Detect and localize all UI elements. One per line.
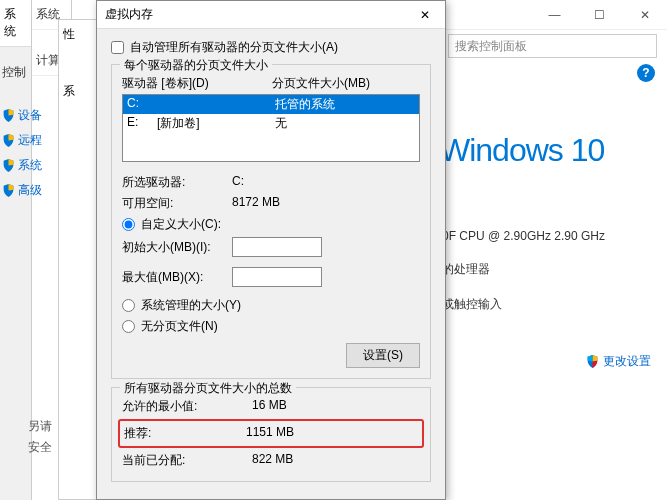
shield-icon bbox=[2, 109, 15, 122]
drive-row-c[interactable]: C: 托管的系统 bbox=[123, 95, 419, 114]
see-also: 另请 安全 bbox=[28, 414, 52, 460]
shield-icon bbox=[2, 184, 15, 197]
recommended: 推荐: 1151 MB bbox=[124, 423, 418, 444]
close-button[interactable]: ✕ bbox=[622, 0, 667, 30]
drive-list-header: 驱动器 [卷标](D) 分页文件大小(MB) bbox=[122, 73, 420, 94]
set-button[interactable]: 设置(S) bbox=[346, 343, 420, 368]
initial-size-row: 初始大小(MB)(I): bbox=[122, 235, 420, 259]
processor-label: 的处理器 bbox=[438, 261, 667, 278]
no-paging-radio[interactable]: 无分页文件(N) bbox=[122, 316, 420, 337]
max-size-row: 最大值(MB)(X): bbox=[122, 265, 420, 289]
selected-drive: 所选驱动器: C: bbox=[122, 172, 420, 193]
search-placeholder: 搜索控制面板 bbox=[455, 38, 527, 55]
per-drive-group: 每个驱动器的分页文件大小 驱动器 [卷标](D) 分页文件大小(MB) C: 托… bbox=[111, 64, 431, 379]
initial-size-input[interactable] bbox=[232, 237, 322, 257]
nav-advanced[interactable]: 高级 bbox=[0, 178, 70, 203]
nav-device[interactable]: 设备 bbox=[0, 103, 70, 128]
touch-label: 或触控输入 bbox=[438, 296, 667, 313]
custom-size-radio[interactable]: 自定义大小(C): bbox=[122, 214, 420, 235]
totals-group: 所有驱动器分页文件大小的总数 允许的最小值: 16 MB 推荐: 1151 MB… bbox=[111, 387, 431, 482]
recommended-highlight: 推荐: 1151 MB bbox=[118, 419, 424, 448]
auto-manage-checkbox[interactable]: 自动管理所有驱动器的分页文件大小(A) bbox=[111, 39, 431, 56]
nav-remote[interactable]: 远程 bbox=[0, 128, 70, 153]
shield-icon bbox=[586, 355, 599, 368]
min-allowed: 允许的最小值: 16 MB bbox=[122, 396, 420, 417]
windows-logo: Windows 10 bbox=[438, 132, 667, 169]
dialog-title: 虚拟内存 bbox=[105, 6, 405, 23]
search-input[interactable]: 搜索控制面板 bbox=[448, 34, 657, 58]
currently-allocated: 当前已分配: 822 MB bbox=[122, 450, 420, 471]
maximize-button[interactable]: ☐ bbox=[577, 0, 622, 30]
titlebar[interactable]: 虚拟内存 ✕ bbox=[97, 1, 445, 29]
system-managed-radio[interactable]: 系统管理的大小(Y) bbox=[122, 295, 420, 316]
change-settings-link[interactable]: 更改设置 bbox=[438, 353, 667, 370]
shield-icon bbox=[2, 134, 15, 147]
virtual-memory-dialog: 虚拟内存 ✕ 自动管理所有驱动器的分页文件大小(A) 每个驱动器的分页文件大小 … bbox=[96, 0, 446, 500]
left-nav: 控制 设备 远程 系统 高级 bbox=[0, 60, 70, 203]
max-size-input[interactable] bbox=[232, 267, 322, 287]
drive-list[interactable]: C: 托管的系统 E: [新加卷] 无 bbox=[122, 94, 420, 162]
cpu-info: 0F CPU @ 2.90GHz 2.90 GHz bbox=[438, 229, 667, 243]
shield-icon bbox=[2, 159, 15, 172]
drive-row-e[interactable]: E: [新加卷] 无 bbox=[123, 114, 419, 133]
free-space: 可用空间: 8172 MB bbox=[122, 193, 420, 214]
minimize-button[interactable]: — bbox=[532, 0, 577, 30]
help-icon[interactable]: ? bbox=[637, 64, 655, 82]
nav-system[interactable]: 系统 bbox=[0, 153, 70, 178]
close-button[interactable]: ✕ bbox=[405, 1, 445, 29]
control-panel-bg: — ☐ ✕ 搜索控制面板 ? Windows 10 0F CPU @ 2.90G… bbox=[437, 0, 667, 500]
